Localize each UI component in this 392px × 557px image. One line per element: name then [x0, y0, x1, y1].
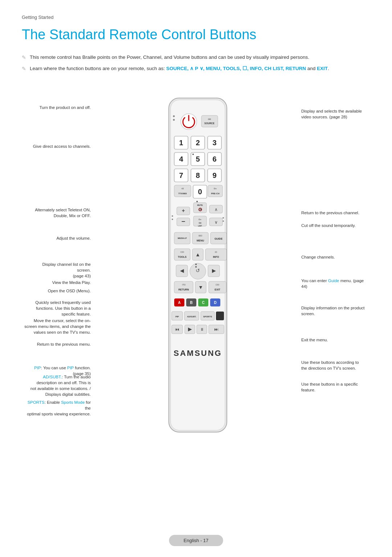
remote-area: ⊡⊡ SOURCE 1 2 3 4 5 6	[102, 84, 294, 443]
svg-point-2	[173, 115, 175, 117]
svg-rect-27	[174, 185, 191, 197]
ann-teletext: Alternately select Teletext ON,Double, M…	[33, 207, 91, 219]
left-annotations: Turn the product on and off. Give direct…	[22, 84, 102, 410]
svg-text:A: A	[178, 301, 180, 305]
svg-text:⊞⊟: ⊞⊟	[199, 235, 202, 237]
svg-rect-84	[209, 281, 226, 293]
svg-text:LIST: LIST	[198, 225, 202, 227]
svg-text:⏭: ⏭	[214, 327, 219, 332]
note-item-2: Learn where the function buttons are on …	[22, 65, 370, 73]
svg-point-47	[222, 220, 224, 222]
svg-text:EXIT: EXIT	[215, 288, 220, 291]
svg-text:≡⊡: ≡⊡	[181, 187, 184, 190]
svg-text:↺: ↺	[196, 268, 200, 273]
svg-text:AD/SUBT.: AD/SUBT.	[187, 316, 196, 318]
svg-text:▼: ▼	[198, 284, 203, 290]
svg-text:0: 0	[198, 188, 202, 196]
ann-return: Return to the previous menu.	[37, 341, 91, 347]
svg-text:5: 5	[196, 155, 200, 163]
ann-mediap: View the Media Play.	[52, 280, 91, 285]
svg-text:C: C	[202, 301, 204, 305]
svg-point-45	[172, 219, 173, 220]
svg-rect-101	[216, 312, 224, 320]
svg-text:⊡⊟: ⊡⊟	[180, 251, 184, 253]
svg-point-3	[173, 119, 175, 121]
svg-point-36	[196, 201, 198, 202]
svg-text:2: 2	[196, 139, 200, 147]
svg-text:↺⊟: ↺⊟	[182, 284, 185, 286]
footer-page-number: English - 17	[169, 535, 223, 546]
svg-text:◀: ◀	[180, 268, 184, 273]
svg-text:∨: ∨	[215, 220, 218, 225]
svg-text:3: 3	[212, 139, 216, 147]
svg-text:∧: ∧	[215, 207, 218, 212]
svg-rect-79	[174, 281, 193, 293]
svg-rect-58	[192, 232, 208, 244]
svg-text:TTX/MIX: TTX/MIX	[178, 192, 187, 195]
svg-point-74	[195, 264, 197, 265]
svg-text:MEDIA.P: MEDIA.P	[177, 237, 187, 239]
right-annotations: Display and selects the available video …	[294, 84, 370, 410]
ann-exit: Exit the menu.	[301, 337, 365, 343]
svg-text:SPORTS: SPORTS	[203, 316, 212, 318]
svg-text:B: B	[190, 301, 192, 305]
diagram-area: Turn the product on and off. Give direct…	[22, 84, 370, 443]
ann-cursor: Move the cursor, select the on-screen me…	[24, 318, 91, 335]
ann-chlist: Display channel list on the screen.(page…	[33, 261, 91, 279]
page-container: Getting Started The Standard Remote Cont…	[0, 0, 392, 472]
svg-text:⊡●: ⊡●	[199, 218, 201, 220]
ann-adsubt: AD/SUBT.: Turn the audiodescription on a…	[24, 374, 91, 397]
svg-rect-63	[174, 249, 190, 260]
svg-rect-5	[201, 115, 218, 127]
ann-guide: You can enter Guide menu. (page 44)	[301, 278, 365, 289]
svg-text:SOURCE: SOURCE	[204, 122, 215, 125]
svg-text:4: 4	[179, 155, 183, 163]
svg-text:MENU: MENU	[197, 239, 204, 242]
svg-text:⊡⊡: ⊡⊡	[208, 118, 211, 120]
breadcrumb: Getting Started	[22, 15, 370, 20]
svg-rect-68	[205, 249, 226, 260]
svg-text:CH: CH	[199, 222, 201, 224]
svg-text:⊄: ⊄	[199, 207, 201, 211]
svg-text:⏸: ⏸	[200, 327, 204, 332]
svg-text:−: −	[181, 218, 185, 225]
svg-text:1: 1	[179, 139, 183, 147]
svg-text:▶: ▶	[188, 326, 192, 332]
svg-text:PIP: PIP	[175, 316, 179, 318]
svg-point-46	[222, 217, 224, 219]
svg-text:9: 9	[212, 171, 216, 179]
svg-text:RETURN: RETURN	[178, 288, 189, 291]
svg-rect-32	[208, 185, 222, 197]
svg-text:7: 7	[179, 171, 183, 179]
ann-color-btns: Use these buttons according to the direc…	[301, 359, 365, 371]
ann-prech: Return to the previous channel.	[301, 210, 365, 216]
ann-change-ch: Change channels.	[301, 254, 365, 260]
svg-text:⊡●: ⊡●	[214, 187, 216, 190]
svg-text:▲: ▲	[195, 252, 200, 257]
svg-text:i⊟: i⊟	[215, 251, 217, 253]
svg-text:⊡⊟: ⊡⊟	[216, 284, 219, 286]
ann-sports: SPORTS: Enable Sports Mode for theoptima…	[24, 399, 91, 417]
svg-text:SAMSUNG: SAMSUNG	[173, 349, 222, 358]
note-item-1: This remote control has Braille points o…	[22, 53, 370, 61]
ann-power: Turn the product on and off.	[40, 105, 91, 110]
ann-volume: Adjust the volume.	[56, 235, 91, 241]
ann-tools: Quickly select frequently usedfunctions.…	[24, 300, 91, 317]
svg-text:PRE-CH: PRE-CH	[211, 192, 219, 195]
note-list: This remote control has Braille points o…	[22, 53, 370, 73]
ann-mute: Cut off the sound temporarily.	[301, 223, 365, 228]
svg-text:▶: ▶	[212, 268, 216, 273]
svg-text:MUTE: MUTE	[197, 204, 203, 206]
page-title: The Standard Remote Control Buttons	[22, 27, 370, 43]
svg-point-17	[192, 154, 194, 155]
ann-info: Display information on the product scree…	[301, 305, 365, 317]
svg-text:⏮: ⏮	[175, 327, 179, 332]
remote-control-svg: ⊡⊡ SOURCE 1 2 3 4 5 6	[158, 94, 238, 443]
svg-point-44	[172, 215, 173, 217]
ann-osd: Open the OSD (Menu).	[48, 288, 91, 294]
ann-source: Display and selects the available video …	[301, 108, 365, 120]
svg-text:TOOLS: TOOLS	[178, 256, 187, 258]
svg-text:D: D	[214, 301, 216, 305]
ann-media-btns: Use these buttons in a specific feature.	[301, 381, 365, 393]
svg-text:GUIDE: GUIDE	[215, 237, 223, 240]
